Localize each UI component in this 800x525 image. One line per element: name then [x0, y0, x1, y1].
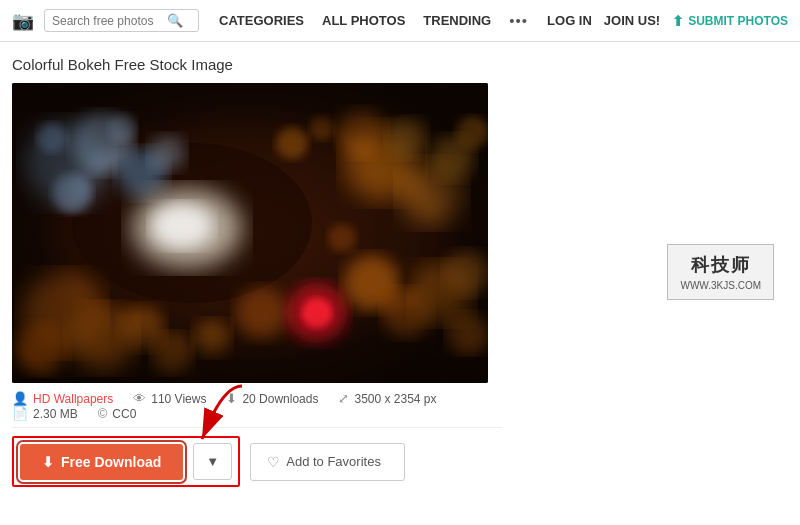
- action-row: ⬇ Free Download ▼ ♡ Add to Favorites: [12, 436, 502, 487]
- file-icon: 📄: [12, 406, 28, 421]
- watermark: 科技师 WWW.3KJS.COM: [667, 244, 774, 300]
- search-input[interactable]: [52, 14, 167, 28]
- main-nav: CATEGORIES ALL PHOTOS TRENDING •••: [219, 12, 547, 29]
- license-label: CC0: [112, 407, 136, 421]
- search-button[interactable]: 🔍: [167, 13, 183, 28]
- chevron-down-icon: ▼: [206, 454, 219, 469]
- join-link[interactable]: JOIN US!: [604, 13, 660, 28]
- site-header: 📷 🔍 CATEGORIES ALL PHOTOS TRENDING ••• L…: [0, 0, 800, 42]
- resize-icon: ⤢: [338, 391, 349, 406]
- heart-icon: ♡: [267, 454, 280, 470]
- watermark-cn-text: 科技师: [680, 253, 761, 277]
- meta-size: ⤢ 3500 x 2354 px: [338, 391, 436, 406]
- free-download-button[interactable]: ⬇ Free Download: [20, 444, 183, 480]
- eye-icon: 👁: [133, 391, 146, 406]
- nav-more[interactable]: •••: [509, 12, 528, 29]
- download-arrow-icon: ⬇: [42, 454, 54, 470]
- main-content: Colorful Bokeh Free Stock Image: [0, 42, 800, 497]
- page-title: Colorful Bokeh Free Stock Image: [12, 56, 502, 73]
- meta-row: 👤 HD Wallpapers 👁 110 Views ⬇ 20 Downloa…: [12, 383, 502, 428]
- nav-trending[interactable]: TRENDING: [423, 13, 491, 28]
- photo-container: [12, 83, 488, 383]
- upload-icon: ⬆: [672, 13, 684, 29]
- search-box[interactable]: 🔍: [44, 9, 199, 32]
- views-count: 110 Views: [151, 392, 206, 406]
- image-size: 3500 x 2354 px: [354, 392, 436, 406]
- file-size: 2.30 MB: [33, 407, 78, 421]
- cc-icon: ©: [98, 406, 108, 421]
- meta-license: © CC0: [98, 406, 137, 421]
- login-link[interactable]: LOG IN: [547, 13, 592, 28]
- right-column: 科技师 WWW.3KJS.COM: [518, 56, 788, 487]
- downloads-count: 20 Downloads: [242, 392, 318, 406]
- add-to-favorites-button[interactable]: ♡ Add to Favorites: [250, 443, 405, 481]
- nav-all-photos[interactable]: ALL PHOTOS: [322, 13, 405, 28]
- logo[interactable]: 📷: [12, 10, 34, 32]
- download-section: ⬇ Free Download ▼: [12, 436, 240, 487]
- category-link[interactable]: HD Wallpapers: [33, 392, 113, 406]
- size-selector-button[interactable]: ▼: [193, 443, 232, 480]
- meta-downloads: ⬇ 20 Downloads: [226, 391, 318, 406]
- left-column: Colorful Bokeh Free Stock Image: [12, 56, 502, 487]
- meta-filesize: 📄 2.30 MB: [12, 406, 78, 421]
- camera-icon: 📷: [12, 10, 34, 32]
- meta-category: 👤 HD Wallpapers: [12, 391, 113, 406]
- meta-views: 👁 110 Views: [133, 391, 206, 406]
- svg-point-34: [12, 83, 488, 383]
- watermark-url: WWW.3KJS.COM: [680, 280, 761, 291]
- auth-area: LOG IN JOIN US! ⬆ SUBMIT PHOTOS: [547, 13, 788, 29]
- submit-photos-link[interactable]: ⬆ SUBMIT PHOTOS: [672, 13, 788, 29]
- nav-categories[interactable]: CATEGORIES: [219, 13, 304, 28]
- download-icon-small: ⬇: [226, 391, 237, 406]
- user-icon: 👤: [12, 391, 28, 406]
